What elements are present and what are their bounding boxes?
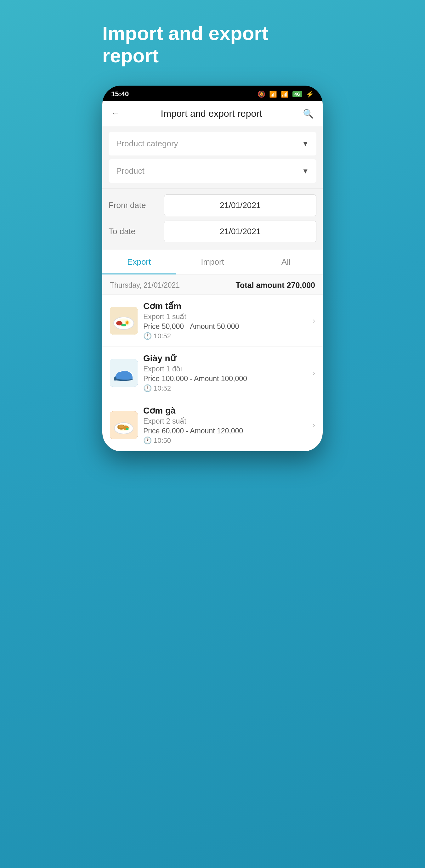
svg-rect-8 <box>114 377 117 380</box>
chevron-right-icon: › <box>313 316 315 325</box>
clock-icon: 🕐 <box>143 332 152 340</box>
clock-icon: 🕐 <box>143 436 152 445</box>
clock-icon: 🕐 <box>143 384 152 393</box>
phone-frame: 15:40 🔕 📶 📶 4G ⚡ ← Import and export rep… <box>102 86 323 451</box>
to-date-row: To date 21/01/2021 <box>109 221 316 242</box>
tab-all[interactable]: All <box>249 250 323 274</box>
filter-section: Product category ▼ Product ▼ <box>102 126 323 189</box>
item-image-giay-nu <box>110 359 138 387</box>
product-label: Product <box>116 166 145 176</box>
from-date-input[interactable]: 21/01/2021 <box>164 194 316 216</box>
item-price: Price 60,000 - Amount 120,000 <box>143 427 307 435</box>
item-content-com-ga: Cơm gà Export 2 suất Price 60,000 - Amou… <box>143 405 307 445</box>
item-time: 🕐 10:50 <box>143 436 307 445</box>
item-time: 🕐 10:52 <box>143 332 307 340</box>
chevron-right-icon: › <box>313 421 315 430</box>
app-bar-title: Import and export report <box>161 108 262 119</box>
item-name: Giày nữ <box>143 353 307 364</box>
item-export: Export 1 đôi <box>143 365 307 373</box>
product-category-dropdown[interactable]: Product category ▼ <box>109 132 316 155</box>
app-bar: ← Import and export report 🔍 <box>102 101 323 126</box>
list-date-header: Thursday, 21/01/2021 Total amount 270,00… <box>102 274 323 294</box>
item-image-com-ga <box>110 411 138 439</box>
list-total: Total amount 270,000 <box>236 281 315 290</box>
page-header-title: Import and export report <box>102 22 323 67</box>
from-date-label: From date <box>109 200 159 210</box>
search-button[interactable]: 🔍 <box>303 108 314 119</box>
tab-export[interactable]: Export <box>102 250 176 274</box>
item-price: Price 100,000 - Amount 100,000 <box>143 374 307 383</box>
chevron-right-icon: › <box>313 369 315 377</box>
product-dropdown[interactable]: Product ▼ <box>109 159 316 183</box>
item-export: Export 1 suất <box>143 312 307 321</box>
item-time: 🕐 10:52 <box>143 384 307 393</box>
from-date-row: From date 21/01/2021 <box>109 194 316 216</box>
product-arrow-icon: ▼ <box>302 167 309 175</box>
svg-point-6 <box>121 324 126 327</box>
signal-icon: 📶 <box>281 90 289 98</box>
list-item[interactable]: Cơm gà Export 2 suất Price 60,000 - Amou… <box>102 399 323 451</box>
svg-point-15 <box>126 428 129 430</box>
status-bar: 15:40 🔕 📶 📶 4G ⚡ <box>102 86 323 101</box>
item-content-giay-nu: Giày nữ Export 1 đôi Price 100,000 - Amo… <box>143 353 307 393</box>
item-content-com-tam: Cơm tấm Export 1 suất Price 50,000 - Amo… <box>143 301 307 340</box>
svg-point-14 <box>119 425 124 428</box>
item-name: Cơm gà <box>143 405 307 416</box>
mute-icon: 🔕 <box>257 90 265 98</box>
wifi-icon: 📶 <box>269 90 277 98</box>
status-icons: 🔕 📶 📶 4G ⚡ <box>257 90 314 98</box>
status-time: 15:40 <box>111 90 129 98</box>
tabs-bar: Export Import All <box>102 250 323 274</box>
charging-icon: ⚡ <box>306 90 314 98</box>
item-export: Export 2 suất <box>143 417 307 426</box>
list-section: Thursday, 21/01/2021 Total amount 270,00… <box>102 274 323 451</box>
to-date-label: To date <box>109 226 159 236</box>
product-category-arrow-icon: ▼ <box>302 140 309 148</box>
list-date: Thursday, 21/01/2021 <box>110 281 180 289</box>
item-price: Price 50,000 - Amount 50,000 <box>143 322 307 331</box>
battery-badge: 4G <box>293 91 302 97</box>
back-button[interactable]: ← <box>111 108 120 119</box>
svg-point-5 <box>126 321 128 324</box>
tab-import[interactable]: Import <box>176 250 249 274</box>
item-name: Cơm tấm <box>143 301 307 311</box>
to-date-input[interactable]: 21/01/2021 <box>164 221 316 242</box>
list-item[interactable]: Cơm tấm Export 1 suất Price 50,000 - Amo… <box>102 294 323 347</box>
list-item[interactable]: Giày nữ Export 1 đôi Price 100,000 - Amo… <box>102 347 323 399</box>
date-section: From date 21/01/2021 To date 21/01/2021 <box>102 189 323 250</box>
item-image-com-tam <box>110 307 138 335</box>
product-category-label: Product category <box>116 139 178 149</box>
